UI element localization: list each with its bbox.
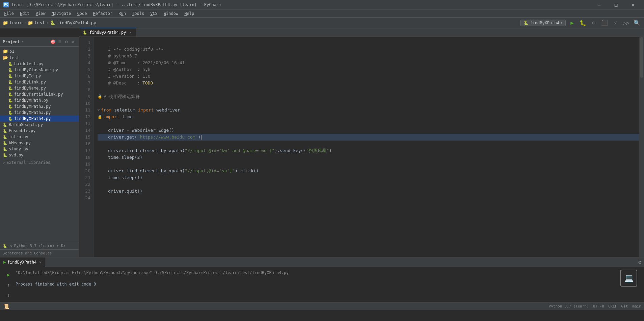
sidebar-footer-scratches[interactable]: Scratches and Consoles [0,249,79,257]
app-icon: PC [3,2,9,7]
panel-settings-button[interactable]: ⚙ [638,259,641,265]
nav-bar: 📁 learn › 📁 test › 🐍 findByXPath4.py 🐍 f… [0,18,644,28]
code-line-12: 🔒import time [98,114,639,120]
tree-item-findbyid[interactable]: 🐍 findById.py [0,73,79,79]
sidebar-footer-python[interactable]: 🐍 < Python 3.7 (learn) > D: [0,242,79,249]
code-content[interactable]: # -*- coding:utf8 -*- # python3.7 # @Tim… [93,37,639,257]
python-version-status[interactable]: Python 3.7 (learn) [549,304,589,308]
tree-item-intro[interactable]: 🐍 intro.py [0,134,79,140]
tree-item-test[interactable]: 📂 test [0,54,79,61]
tree-item-external-libs[interactable]: ▷ External Libraries [0,159,79,166]
tree-item-findbypartiallink[interactable]: 🐍 findByPartialLink.py [0,91,79,97]
run-config-selector[interactable]: 🐍 findByXPath4 ▾ [520,20,566,26]
scroll-up-button[interactable]: ↑ [4,280,13,289]
tree-item-study[interactable]: 🐍 study.py [0,146,79,152]
tab-close-button[interactable]: ✕ [128,30,133,35]
tree-item-kmeans[interactable]: 🐍 kMeans.py [0,140,79,146]
run-command-value: "D:\InstalledS\Program Files\Python\Pyth… [16,270,289,275]
menu-help[interactable]: Help [182,10,197,17]
status-bar-right: Python 3.7 (learn) UTF-8 CRLF Git: main [549,304,641,308]
file-tree: 📁 p1 📂 test 🐍 baidutest.py 🐍 findByClass… [0,47,79,242]
tree-item-baidutest[interactable]: 🐍 baidutest.py [0,61,79,67]
line-sep-status[interactable]: CRLF [608,304,617,308]
py-file-icon: 🐍 [8,68,13,72]
py-file-icon: 🐍 [8,92,13,97]
menu-navigate[interactable]: Navigate [49,10,74,17]
code-comment: # @Time : 2021/09/06 16:41 [98,59,185,66]
settings-button[interactable]: ⚙ [63,39,70,45]
tree-label: study.py [9,147,28,151]
breadcrumb-sep-1: › [24,21,26,25]
menu-window[interactable]: Window [161,10,181,17]
code-line-13 [98,120,639,127]
locate-file-button[interactable]: 🎯 [50,39,56,45]
tree-label: findByXPath4.py [14,116,51,121]
tab-label: findByXPath4.py [89,30,126,35]
code-comment: # @Version : 1.0 [98,73,151,80]
coverage-button[interactable]: ⊙ [589,19,598,27]
minimize-button[interactable]: — [591,0,607,9]
close-sidebar-button[interactable]: ✕ [70,39,76,45]
git-status[interactable]: Git: main [621,304,641,308]
rerun-button[interactable]: ▶ [4,270,13,279]
menu-refactor[interactable]: Refactor [90,10,115,17]
breadcrumb-learn[interactable]: 📁 learn [3,20,23,25]
code-comment: # python3.7 [98,53,137,59]
tree-item-findbyname[interactable]: 🐍 findByName.py [0,85,79,91]
tree-item-findbylink[interactable]: 🐍 findByLink.py [0,79,79,85]
menu-file[interactable]: File [1,10,17,17]
py-file-icon: 🐍 [8,110,13,115]
code-fold-icon: ▽ [98,107,100,114]
tree-item-findbyxpath[interactable]: 🐍 findByXPath.py [0,97,79,103]
menu-view[interactable]: View [33,10,48,17]
menu-bar: File Edit View Navigate Code Refactor Ru… [0,9,644,18]
tree-label: intro.py [9,134,28,139]
build-button[interactable]: ⚡ [611,19,620,27]
run-tab-icon: ▶ [3,260,6,265]
code-line-1 [98,39,639,46]
scroll-down-button[interactable]: ↓ [4,291,13,299]
tree-label: findByXPath2.py [14,104,51,109]
code-line-17: driver.find_element_by_xpath("//input[@i… [98,147,639,154]
breadcrumb-label-file: findByXPath4.py [57,20,96,25]
tree-item-baidusearch[interactable]: 🐍 BaiduSearch.py [0,122,79,128]
tab-findbyxpath4[interactable]: 🐍 findByXPath4.py ✕ [79,28,136,36]
run-tab-label: findByXPath4 [7,260,37,265]
py-file-icon: 🐍 [8,74,13,78]
menu-tools[interactable]: Tools [129,10,147,17]
sidebar-header: Project ▾ 🎯 ≡ ⚙ ✕ [0,37,79,47]
collapse-all-button[interactable]: ≡ [57,39,63,45]
breadcrumb-test[interactable]: 📁 test [28,20,45,25]
run-panel-tab[interactable]: ▶ findByXPath4 ✕ [0,257,45,267]
tree-label: Ensumble.py [9,128,35,133]
scroll-thumb[interactable] [640,37,643,78]
debug-button[interactable]: 🐛 [579,19,587,27]
menu-vcs[interactable]: VCS [147,10,160,17]
stop-button[interactable]: ⬛ [600,19,609,27]
code-line-2: # -*- coding:utf8 -*- [98,46,639,53]
code-line-20: driver.find_element_by_xpath("//input[@i… [98,168,639,174]
tree-item-findbyxpath4[interactable]: 🐍 findByXPath4.py [0,116,79,122]
folder-icon: 📂 [3,55,8,60]
tree-item-findbyclassname[interactable]: 🐍 findByClassName.py [0,67,79,73]
menu-run[interactable]: Run [116,10,129,17]
run-tab-close[interactable]: ✕ [39,260,42,264]
close-button[interactable]: ✕ [625,0,641,9]
tree-item-ensumble[interactable]: 🐍 Ensumble.py [0,128,79,134]
menu-edit[interactable]: Edit [17,10,32,17]
tree-item-findbyxpath3[interactable]: 🐍 findByXPath3.py [0,109,79,116]
line-num-20: 20 [79,168,93,174]
run-config-dropdown-icon: ▾ [561,21,563,25]
menu-code[interactable]: Code [75,10,90,17]
tree-item-findbyxpath2[interactable]: 🐍 findByXPath2.py [0,103,79,109]
breadcrumb-file[interactable]: 🐍 findByXPath4.py [50,20,96,25]
search-everywhere-button[interactable]: 🔍 [633,19,641,27]
run-button[interactable]: ▶ [568,19,576,27]
encoding-status[interactable]: UTF-8 [593,304,604,308]
maximize-button[interactable]: □ [608,0,624,9]
code-editor[interactable]: 1 2 3 4 5 6 7 8 9 10 11 12 13 14 15 16 1 [79,37,644,257]
scratches-label: Scratches and Consoles [3,251,52,255]
tree-item-p1[interactable]: 📁 p1 [0,48,79,54]
tree-item-svd[interactable]: 🐍 svd.py [0,152,79,158]
run-anything-button[interactable]: ▷▷ [622,19,630,27]
